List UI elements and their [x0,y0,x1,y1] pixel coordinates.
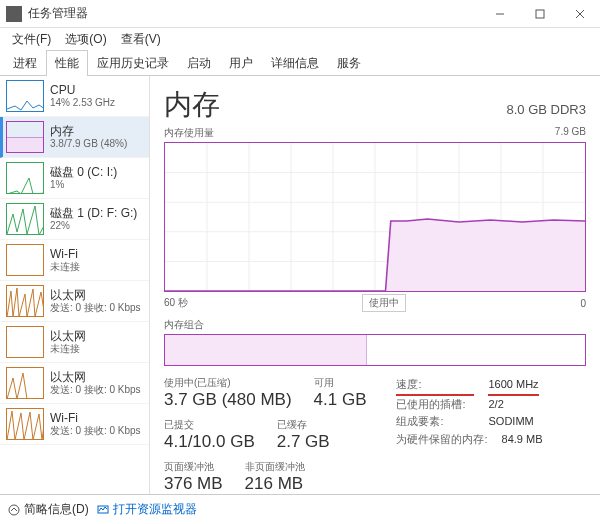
page-title: 内存 [164,86,220,124]
sidebar-item-label: 以太网 [50,288,141,302]
sidebar-item-memory[interactable]: 内存3.8/7.9 GB (48%) [0,117,149,158]
window-title: 任务管理器 [28,5,480,22]
sidebar-item-wifi2[interactable]: Wi-Fi发送: 0 接收: 0 Kbps [0,404,149,445]
kv-reserved-value: 84.9 MB [502,431,543,449]
sidebar: CPU14% 2.53 GHz 内存3.8/7.9 GB (48%) 磁盘 0 … [0,76,150,494]
tab-users[interactable]: 用户 [220,50,262,76]
sidebar-item-ethernet2[interactable]: 以太网未连接 [0,322,149,363]
kv-speed-value: 1600 MHz [488,376,538,396]
time-axis-right: 0 [580,298,586,309]
net-sparkline [6,367,44,399]
net-sparkline [6,326,44,358]
sidebar-item-cpu[interactable]: CPU14% 2.53 GHz [0,76,149,117]
chevron-up-icon [8,504,20,516]
sidebar-item-disk0[interactable]: 磁盘 0 (C: I:)1% [0,158,149,199]
stat-avail-label: 可用 [314,376,367,390]
kv-slots-label: 已使用的插槽: [396,396,474,414]
app-icon [6,6,22,22]
composition-label: 内存组合 [164,318,204,332]
fewer-details-button[interactable]: 简略信息(D) [8,501,89,518]
stat-paged-value: 376 MB [164,474,223,494]
sidebar-item-label: CPU [50,83,115,97]
kv-speed-label: 速度: [396,376,474,396]
net-sparkline [6,285,44,317]
open-resource-monitor-link[interactable]: 打开资源监视器 [97,501,197,518]
memory-usage-chart [164,142,586,292]
minimize-button[interactable] [480,0,520,28]
sidebar-item-label: Wi-Fi [50,411,141,425]
stat-committed-value: 4.1/10.0 GB [164,432,255,452]
sidebar-item-ethernet3[interactable]: 以太网发送: 0 接收: 0 Kbps [0,363,149,404]
menu-options[interactable]: 选项(O) [59,29,112,50]
sidebar-item-disk1[interactable]: 磁盘 1 (D: F: G:)22% [0,199,149,240]
close-button[interactable] [560,0,600,28]
chart-max: 7.9 GB [555,126,586,140]
usage-indicator: 使用中 [362,294,406,312]
tab-performance[interactable]: 性能 [46,50,88,76]
kv-slots-value: 2/2 [488,396,503,414]
net-sparkline [6,408,44,440]
tab-services[interactable]: 服务 [328,50,370,76]
tab-app-history[interactable]: 应用历史记录 [88,50,178,76]
memory-sparkline [6,121,44,153]
stat-cached-value: 2.7 GB [277,432,330,452]
stat-committed-label: 已提交 [164,418,255,432]
svg-point-18 [9,505,19,515]
stat-paged-label: 页面缓冲池 [164,460,223,474]
sidebar-item-label: Wi-Fi [50,247,80,261]
menu-view[interactable]: 查看(V) [115,29,167,50]
stat-in-use-value: 3.7 GB (480 MB) [164,390,292,410]
memory-details-table: 速度:1600 MHz 已使用的插槽:2/2 组成要素:SODIMM 为硬件保留… [396,376,542,494]
stat-cached-label: 已缓存 [277,418,330,432]
sidebar-item-label: 内存 [50,124,127,138]
sidebar-item-label: 磁盘 0 (C: I:) [50,165,117,179]
kv-form-value: SODIMM [488,413,533,431]
kv-form-label: 组成要素: [396,413,474,431]
sidebar-item-label: 以太网 [50,370,141,384]
stat-in-use-label: 使用中(已压缩) [164,376,292,390]
kv-reserved-label: 为硬件保留的内存: [396,431,487,449]
stat-nonpaged-label: 非页面缓冲池 [245,460,305,474]
menu-bar: 文件(F) 选项(O) 查看(V) [0,28,600,50]
cpu-sparkline [6,80,44,112]
svg-rect-4 [7,138,44,153]
stat-nonpaged-value: 216 MB [245,474,305,494]
net-sparkline [6,244,44,276]
time-axis-left: 60 秒 [164,296,188,310]
tab-details[interactable]: 详细信息 [262,50,328,76]
disk-sparkline [6,162,44,194]
chart-label: 内存使用量 [164,126,214,140]
sidebar-item-label: 以太网 [50,329,86,343]
svg-rect-1 [536,10,544,18]
main-panel: 内存 8.0 GB DDR3 内存使用量 7.9 GB 60 秒 使用中 0 内… [150,76,600,494]
title-bar: 任务管理器 [0,0,600,28]
tab-startup[interactable]: 启动 [178,50,220,76]
sidebar-item-wifi[interactable]: Wi-Fi未连接 [0,240,149,281]
maximize-button[interactable] [520,0,560,28]
tab-processes[interactable]: 进程 [4,50,46,76]
disk-sparkline [6,203,44,235]
memory-spec: 8.0 GB DDR3 [507,102,586,117]
sidebar-item-label: 磁盘 1 (D: F: G:) [50,206,137,220]
stat-avail-value: 4.1 GB [314,390,367,410]
memory-composition-chart [164,334,586,366]
sidebar-item-ethernet[interactable]: 以太网发送: 0 接收: 0 Kbps [0,281,149,322]
menu-file[interactable]: 文件(F) [6,29,57,50]
footer: 简略信息(D) 打开资源监视器 [0,494,600,524]
tab-bar: 进程 性能 应用历史记录 启动 用户 详细信息 服务 [0,50,600,76]
monitor-icon [97,504,109,516]
